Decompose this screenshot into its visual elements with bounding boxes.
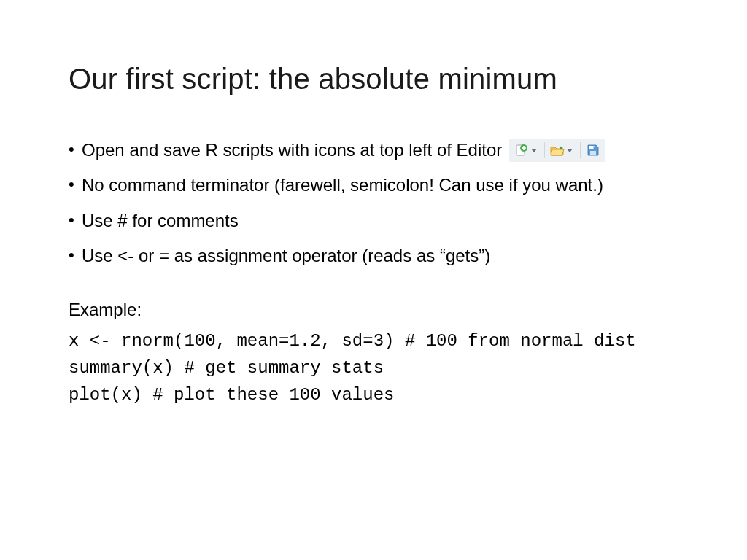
bullet-dot: • — [69, 242, 82, 268]
save-disk-icon[interactable] — [585, 142, 601, 158]
bullet-dot: • — [69, 207, 82, 233]
bullet-dot: • — [69, 136, 82, 162]
example-label: Example: — [69, 300, 678, 320]
bullet-item: • No command terminator (farewell, semic… — [69, 171, 678, 199]
code-line: plot(x) # plot these 100 values — [69, 381, 678, 408]
bullet-item: • Use # for comments — [69, 207, 678, 235]
svg-rect-3 — [522, 147, 526, 149]
slide-title: Our first script: the absolute minimum — [69, 63, 678, 96]
bullet-item: • Open and save R scripts with icons at … — [69, 136, 678, 164]
code-line: x <- rnorm(100, mean=1.2, sd=3) # 100 fr… — [69, 327, 678, 354]
bullet-text: No command terminator (farewell, semicol… — [82, 171, 678, 199]
chevron-down-icon[interactable] — [531, 149, 537, 152]
new-file-plus-icon[interactable] — [514, 142, 530, 158]
slide: Our first script: the absolute minimum •… — [0, 0, 747, 560]
bullet-dot: • — [69, 171, 82, 197]
svg-rect-5 — [590, 151, 596, 155]
bullet-text: Open and save R scripts with icons at to… — [82, 136, 502, 164]
code-line: summary(x) # get summary stats — [69, 354, 678, 381]
open-folder-icon[interactable] — [549, 142, 565, 158]
bullet-text: Use <- or = as assignment operator (read… — [82, 242, 678, 270]
chevron-down-icon[interactable] — [567, 149, 573, 152]
bullet-text: Use # for comments — [82, 207, 678, 235]
editor-toolbar — [509, 139, 605, 162]
bullet-item: • Use <- or = as assignment operator (re… — [69, 242, 678, 270]
svg-rect-6 — [594, 147, 595, 149]
toolbar-separator — [544, 142, 545, 158]
bullet-list: • Open and save R scripts with icons at … — [69, 136, 678, 271]
toolbar-separator — [580, 142, 581, 158]
code-block: x <- rnorm(100, mean=1.2, sd=3) # 100 fr… — [69, 327, 678, 409]
